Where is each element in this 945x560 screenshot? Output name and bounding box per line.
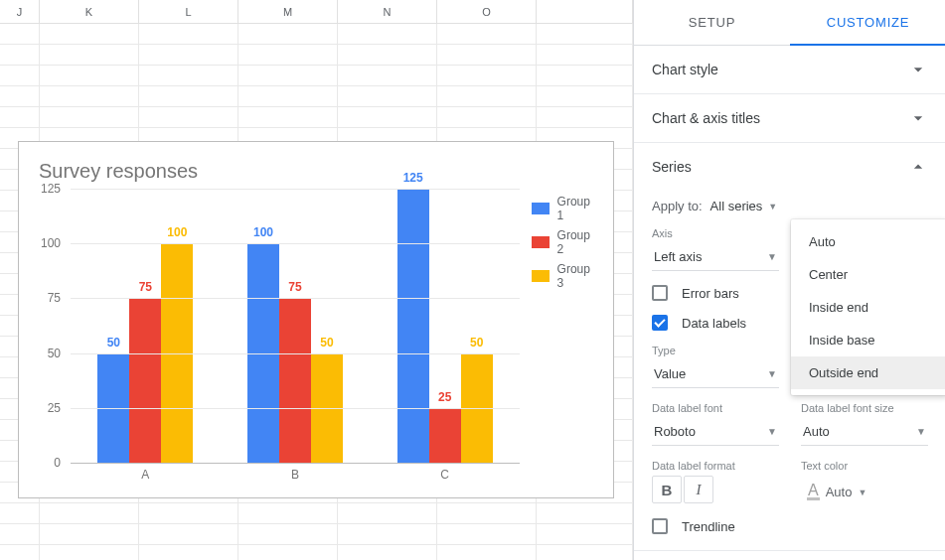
legend-item[interactable]: Group 1 [532, 195, 599, 222]
type-label: Type [652, 345, 779, 356]
y-tick-label: 0 [54, 456, 61, 470]
checkbox-checked-icon [652, 315, 668, 331]
y-tick-label: 100 [41, 236, 61, 250]
bar-data-label: 50 [107, 336, 120, 350]
font-size-label: Data label font size [801, 402, 928, 414]
column-header[interactable]: N [338, 0, 437, 23]
column-headers: JKLMNO [0, 0, 633, 24]
bar-data-label: 25 [438, 390, 451, 404]
type-select[interactable]: Value ▼ [652, 360, 779, 388]
section-label: Series [652, 159, 692, 175]
y-tick-label: 125 [41, 182, 61, 196]
dropdown-option[interactable]: Center [791, 258, 945, 291]
chart-embed[interactable]: Survey responses 0255075100125 507510010… [18, 141, 614, 498]
checkbox-unchecked-icon [652, 518, 668, 534]
position-dropdown: AutoCenterInside endInside baseOutside e… [791, 219, 945, 395]
column-header[interactable]: K [40, 0, 139, 23]
section-label: Chart style [652, 62, 718, 77]
text-color-select[interactable]: A Auto ▼ [801, 480, 872, 504]
section-chart-axis-titles[interactable]: Chart & axis titles [634, 94, 945, 143]
bar-data-label: 125 [403, 171, 423, 185]
column-header[interactable]: J [0, 0, 40, 23]
spreadsheet-area: JKLMNO Survey responses 0255075100125 50… [0, 0, 634, 560]
sidebar-tabs: SETUP CUSTOMIZE [634, 0, 945, 46]
bar-data-label: 100 [167, 225, 187, 239]
section-label: Chart & axis titles [652, 110, 760, 126]
dropdown-option[interactable]: Inside end [791, 291, 945, 324]
apply-to-select[interactable]: All series ▼ [710, 199, 778, 213]
axis-select[interactable]: Left axis ▼ [652, 243, 779, 271]
chart-title: Survey responses [39, 160, 599, 183]
bar-data-label: 75 [288, 280, 301, 294]
dropdown-option[interactable]: Auto [791, 225, 945, 258]
apply-to-label: Apply to: [652, 199, 703, 213]
y-tick-label: 50 [48, 347, 61, 360]
column-header[interactable]: L [139, 0, 238, 23]
bar[interactable]: 75 [279, 298, 311, 463]
legend-swatch [532, 236, 550, 248]
x-tick-label: C [370, 463, 520, 487]
tab-setup[interactable]: SETUP [634, 0, 790, 45]
bold-button[interactable]: B [652, 476, 682, 503]
y-tick-label: 75 [48, 291, 61, 305]
bar-data-label: 50 [470, 336, 483, 350]
text-color-label: Text color [801, 460, 928, 472]
text-color-icon: A [807, 484, 820, 500]
chart-plot: 0255075100125 507510010075501252550 ABC [39, 189, 520, 487]
series-section-body: Apply to: All series ▼ Axis Left axis ▼ … [634, 191, 945, 551]
chevron-down-icon [908, 60, 928, 79]
bar[interactable]: 25 [429, 408, 461, 463]
column-header[interactable] [537, 0, 633, 23]
italic-button[interactable]: I [684, 476, 713, 503]
legend-item[interactable]: Group 2 [532, 228, 599, 256]
dropdown-option[interactable]: Outside end [791, 356, 945, 389]
bar[interactable]: 75 [129, 298, 161, 463]
bar-data-label: 50 [320, 336, 333, 350]
format-label: Data label format [652, 460, 779, 472]
chevron-up-icon [908, 157, 928, 177]
trendline-checkbox[interactable]: Trendline [652, 518, 928, 534]
dropdown-option[interactable]: Inside base [791, 324, 945, 356]
tab-customize[interactable]: CUSTOMIZE [790, 0, 945, 46]
x-tick-label: B [221, 463, 371, 487]
bar-data-label: 100 [253, 225, 273, 239]
chart-editor-sidebar: SETUP CUSTOMIZE Chart style Chart & axis… [634, 0, 945, 560]
bar-data-label: 75 [139, 280, 152, 294]
section-series[interactable]: Series [634, 143, 945, 191]
x-tick-label: A [71, 463, 221, 487]
column-header[interactable]: M [238, 0, 338, 23]
font-label: Data label font [652, 402, 779, 414]
legend-item[interactable]: Group 3 [532, 262, 599, 290]
chart-legend: Group 1Group 2Group 3 [520, 189, 599, 487]
y-tick-label: 25 [48, 401, 61, 415]
chevron-down-icon [908, 108, 928, 128]
font-select[interactable]: Roboto ▼ [652, 418, 779, 446]
bar[interactable]: 125 [397, 189, 429, 463]
legend-swatch [532, 270, 550, 282]
column-header[interactable]: O [437, 0, 537, 23]
axis-label: Axis [652, 227, 779, 239]
font-size-select[interactable]: Auto ▼ [801, 418, 928, 446]
checkbox-unchecked-icon [652, 285, 668, 301]
legend-swatch [532, 203, 550, 214]
section-chart-style[interactable]: Chart style [634, 46, 945, 94]
